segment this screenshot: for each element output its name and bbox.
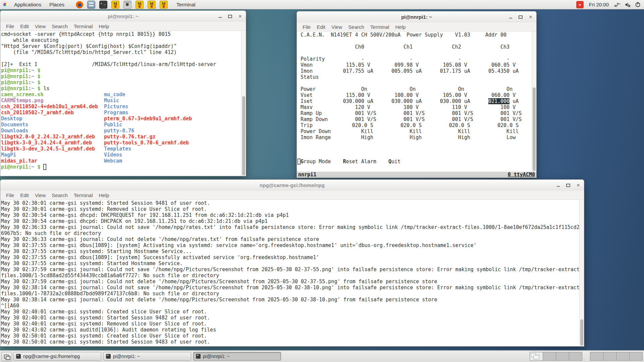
workspace-cell[interactable] — [556, 352, 569, 361]
workspace-cell[interactable] — [530, 352, 543, 361]
close-button[interactable]: × — [238, 14, 243, 19]
terminal-line — [1, 55, 246, 61]
applications-menu[interactable]: Applications — [12, 2, 43, 7]
power-icon[interactable] — [635, 2, 641, 7]
caen-status-tty: 0 ttyACM0 — [508, 172, 535, 178]
menu-item-terminal[interactable]: Terminal — [71, 192, 96, 198]
midas-icon[interactable] — [111, 1, 119, 9]
menu-item-view[interactable]: View — [32, 23, 49, 29]
network-icon[interactable]: ? — [614, 2, 621, 7]
terminal-line: libgtk-3-dev_3.24.5-1_armhf.deb Template… — [1, 146, 246, 152]
volume-muted-icon[interactable] — [625, 2, 631, 7]
taskbar-button[interactable]: pi@nnrpi1: ~ — [193, 352, 281, 361]
terminal-content[interactable]: cmd=socket -server {HttpdAccept {http nn… — [0, 31, 246, 176]
close-button[interactable]: × — [528, 15, 533, 19]
terminal-icon — [106, 354, 111, 359]
close-button[interactable]: × — [576, 183, 581, 188]
menu-item-edit[interactable]: Edit — [17, 192, 32, 198]
notification-icon[interactable]: » — [576, 1, 584, 8]
terminal-line: Power On On On On — [298, 86, 536, 92]
minimize-button[interactable] — [508, 15, 513, 19]
terminal-line: csh_20110502-7_armhf.deb Programs — [1, 110, 246, 116]
menu-item-help[interactable]: Help — [96, 192, 112, 198]
midas-icon[interactable] — [136, 1, 144, 9]
terminal-icon — [196, 354, 201, 359]
terminal-line: May 30 02:40:01 carme-gsi systemd: Start… — [1, 315, 584, 321]
menu-item-view[interactable]: View — [328, 24, 345, 30]
file-manager-icon[interactable] — [87, 1, 95, 9]
maximize-button[interactable] — [566, 183, 571, 188]
terminal-content[interactable]: C.A.E.N. N1419ET 4 CH 500V/200uA Power S… — [297, 32, 536, 172]
terminal-line: "Httpd_Server $Config(port) $Config(host… — [1, 43, 246, 49]
applications-menu-icon[interactable] — [2, 2, 8, 8]
workspace-cell[interactable] — [629, 352, 643, 361]
taskbar-button-label: pi@nnrpi1: ~ — [113, 354, 140, 359]
terminal-line: May 30 02:36:33 carme-gsi journal: Could… — [1, 224, 584, 236]
panel-right: » Fri 20:00 ? — [576, 1, 644, 8]
terminal-line: Vmon 115.05 V 099.98 V 105.08 V 060.05 V — [298, 62, 536, 68]
menu-item-edit[interactable]: Edit — [314, 24, 328, 30]
minimize-button[interactable] — [556, 183, 560, 188]
menu-item-terminal[interactable]: Terminal — [71, 23, 96, 29]
scrollbar[interactable] — [579, 200, 584, 346]
menu-item-help[interactable]: Help — [96, 23, 112, 29]
menu-item-file[interactable]: File — [3, 192, 17, 198]
workspace-cell[interactable] — [616, 352, 630, 361]
caen-status-bar: nnrpi1 0 ttyACM0 — [297, 172, 536, 178]
maximize-button[interactable] — [228, 14, 232, 19]
terminal-line — [298, 153, 536, 159]
screenshot-icon[interactable] — [123, 1, 131, 9]
scrollbar[interactable] — [241, 31, 246, 176]
terminal-line: midas_pi.tar Webcam — [1, 158, 246, 164]
terminal-line: C.A.E.N. N1419ET 4 CH 500V/200uA Power S… — [298, 32, 536, 38]
terminal-line: pi@nnrpi1:~ $ ls — [1, 85, 246, 92]
menubar: FileEditViewSearchTerminalHelp — [297, 22, 536, 32]
workspace-cell[interactable] — [543, 352, 556, 361]
midas-icon[interactable] — [148, 1, 156, 9]
terminal-launcher-label[interactable]: Terminal — [176, 2, 196, 7]
terminal-line: May 30 02:37:55 carme-gsi dbus[1089]: [s… — [1, 254, 584, 260]
workspace-cell[interactable] — [590, 352, 603, 361]
clock[interactable]: Fri 20:00 — [589, 2, 609, 7]
taskbar-button[interactable]: npg@carme-gsi:/home/npg — [13, 352, 101, 361]
firefox-icon[interactable] — [76, 1, 83, 8]
terminal-line — [298, 140, 536, 146]
window-titlebar[interactable]: pi@nnrpi1: ~ × — [297, 11, 536, 23]
terminal-line: May 30 02:30:54 carme-gsi dhcpd: DHCPACK… — [1, 218, 584, 224]
scrollbar-thumb[interactable] — [533, 87, 536, 171]
terminal-line: pi@nnrpi1:~ $ — [1, 79, 246, 85]
menu-item-search[interactable]: Search — [49, 23, 71, 29]
terminal-content[interactable]: May 30 02:30:01 carme-gsi systemd: Start… — [0, 200, 584, 346]
scrollbar-thumb[interactable] — [580, 319, 583, 346]
menu-item-terminal[interactable]: Terminal — [367, 24, 392, 30]
terminal-line: libgtk-3-0_3.24.24-4_armhf.deb putty-too… — [1, 140, 246, 146]
menu-item-search[interactable]: Search — [345, 24, 367, 30]
terminal-line: [2]+ Exit 1 /MIDAS/TclHttpd/linux-arm/Tc… — [1, 61, 246, 67]
window-titlebar[interactable]: pi@nnrpi1: ~ × — [0, 11, 246, 22]
maximize-button[interactable] — [518, 15, 523, 19]
menu-item-view[interactable]: View — [32, 192, 49, 198]
workspace-cell[interactable] — [603, 352, 616, 361]
svg-text:?: ? — [616, 2, 619, 7]
minimize-button[interactable] — [218, 14, 222, 19]
terminal-line: Documents Public — [1, 122, 246, 128]
terminal-line: May 30 02:36:33 carme-gsi journal: Could… — [1, 236, 584, 242]
show-desktop-button[interactable] — [1, 352, 12, 361]
desktop-background: Applications Places Terminal » Fri 20:00… — [0, 0, 644, 362]
workspace-cell[interactable] — [569, 352, 582, 361]
menu-item-edit[interactable]: Edit — [17, 23, 32, 29]
terminal-line: csh_20110502-4+deb10u1_arm64.deb Picture… — [1, 104, 246, 110]
scrollbar[interactable] — [532, 32, 536, 172]
scrollbar-thumb[interactable] — [242, 96, 245, 175]
window-titlebar[interactable]: npg@carme-gsi:/home/npg × — [0, 180, 584, 191]
taskbar-button[interactable]: pi@nnrpi1: ~ — [103, 352, 191, 361]
menu-item-file[interactable]: File — [3, 23, 17, 29]
terminal-line: May 30 02:30:01 carme-gsi systemd: Start… — [1, 200, 584, 206]
menu-item-search[interactable]: Search — [49, 192, 71, 198]
midas-icon[interactable] — [160, 1, 168, 9]
places-menu[interactable]: Places — [47, 2, 66, 7]
menu-item-file[interactable]: File — [300, 24, 314, 30]
terminal-icon[interactable] — [99, 1, 107, 9]
window-controls: × — [218, 11, 243, 22]
menu-item-help[interactable]: Help — [392, 24, 409, 30]
